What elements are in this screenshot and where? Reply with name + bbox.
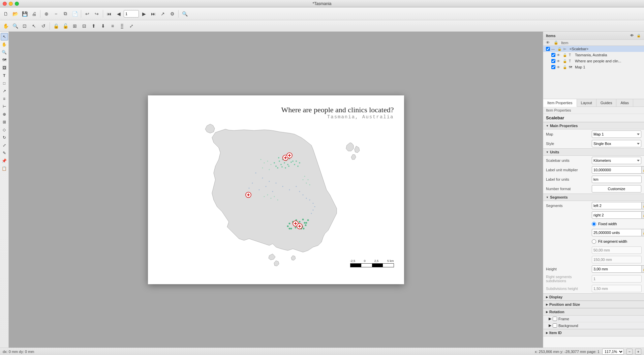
redo-button[interactable]: ↪ [92, 9, 101, 18]
item-checkbox-where[interactable] [551, 59, 555, 63]
fixed-width-input[interactable] [592, 229, 642, 236]
seg-left-input[interactable] [592, 202, 642, 209]
section-segments[interactable]: ▼ Segments [543, 194, 644, 201]
fit-value-input[interactable] [592, 246, 642, 254]
atlas-settings-button[interactable]: ⚙ [168, 9, 177, 18]
tab-atlas[interactable]: Atlas [616, 99, 633, 107]
fit-segment-radio[interactable] [592, 239, 596, 244]
zoom-in-status-button[interactable]: + [635, 349, 641, 355]
open-button[interactable]: 📂 [11, 9, 20, 18]
atlas-first-button[interactable]: ⏮ [105, 9, 114, 18]
maximize-button[interactable] [15, 2, 19, 6]
properties-content[interactable]: ▼ Main Properties Map Map 1 Style Single… [543, 122, 644, 348]
item-row-tasmania[interactable]: 👁 🔓 T Tasmania, Australia [549, 52, 644, 58]
background-checkbox[interactable] [553, 323, 557, 328]
add-north-tool[interactable]: ⊕ [1, 111, 8, 118]
style-select[interactable]: Single Box [592, 140, 641, 147]
fit-max-input[interactable] [592, 256, 642, 263]
close-button[interactable] [3, 2, 7, 6]
item-row-where[interactable]: 👁 🔓 T Where are people and clin... [549, 58, 644, 64]
ungroup-button[interactable]: ⊟ [80, 22, 89, 30]
tab-layout[interactable]: Layout [577, 99, 596, 107]
zoom-in-tool[interactable]: 🔍 [1, 49, 8, 56]
atlas-tool[interactable]: 📋 [1, 165, 8, 172]
height-lock[interactable]: 🔒 [642, 265, 644, 273]
pan-button[interactable]: ✋ [1, 22, 10, 30]
export-pdf-button[interactable]: 📄 [70, 9, 79, 18]
tab-item-properties[interactable]: Item Properties [543, 99, 577, 107]
pan-tool[interactable]: ✋ [1, 41, 8, 48]
items-panel-lock-icon[interactable]: 🔒 [636, 33, 641, 38]
zoom-full-button[interactable]: ⊡ [20, 22, 29, 30]
add-map-tool[interactable]: 🗺 [1, 56, 8, 64]
add-scalebar-tool[interactable]: ⊢ [1, 103, 8, 110]
edit-map-tool[interactable]: ✎ [1, 149, 8, 157]
items-panel-eye-icon[interactable]: 👁 [629, 33, 635, 38]
zoom-out-button[interactable]: − [626, 349, 633, 355]
align-button[interactable]: ≡ [108, 22, 117, 30]
zoom-select[interactable]: 117,1% [602, 349, 624, 355]
add-table-tool[interactable]: ⊞ [1, 118, 8, 126]
add-legend-tool[interactable]: ≡ [1, 95, 8, 102]
refresh-button[interactable]: ↺ [39, 22, 48, 30]
select-button[interactable]: ↖ [30, 22, 38, 30]
edit-nodes-tool[interactable]: ◇ [1, 126, 8, 134]
map-select[interactable]: Map 1 [592, 130, 641, 138]
add-shape-tool[interactable]: □ [1, 80, 8, 87]
pin-tool[interactable]: 📌 [1, 157, 8, 165]
section-item-id[interactable]: ▶ Item ID [543, 329, 644, 336]
zoom-in-button[interactable]: 🔍 [11, 22, 20, 30]
unlock-button[interactable]: 🔓 [61, 22, 70, 30]
atlas-export-button[interactable]: ↗ [158, 9, 167, 18]
section-frame[interactable]: ▶ Frame [543, 316, 644, 322]
fixed-width-radio[interactable] [592, 222, 596, 226]
seg-right-input[interactable] [592, 211, 642, 219]
item-row-scalebar[interactable]: — 🔓 ⊢ <Scalebar> [543, 46, 644, 52]
pointer-tool[interactable]: ↖ [1, 33, 8, 40]
tab-guides[interactable]: Guides [596, 99, 617, 107]
item-checkbox-map1[interactable] [551, 65, 555, 69]
seg-right-lock[interactable]: 🔒 [642, 211, 644, 219]
add-arrow-tool[interactable]: ↗ [1, 87, 8, 95]
move-content-tool[interactable]: ⤢ [1, 142, 8, 149]
minimize-button[interactable] [9, 2, 13, 6]
item-row-map1[interactable]: 👁 🔓 🗺 Map 1 [549, 64, 644, 70]
atlas-next-button[interactable]: ▶ [140, 9, 148, 18]
multiplier-lock-btn[interactable]: 🔒 [642, 166, 644, 174]
section-background[interactable]: ▶ Background [543, 322, 644, 329]
atlas-prev-button[interactable]: ◀ [114, 9, 123, 18]
save-button[interactable]: 💾 [20, 9, 29, 18]
seg-left-lock[interactable]: 🔒 [642, 202, 644, 209]
scalebar-units-select[interactable]: Kilometers [592, 157, 641, 164]
add-item-button[interactable]: ⊕ [42, 9, 51, 18]
page-input[interactable]: 1 [124, 10, 139, 18]
section-main-properties[interactable]: ▼ Main Properties [543, 122, 644, 129]
multiplier-input[interactable] [592, 166, 642, 174]
new-button[interactable]: 🗋 [1, 9, 10, 18]
duplicate-button[interactable]: ⧉ [61, 9, 70, 18]
print-button[interactable]: 🖨 [30, 9, 38, 18]
zoom-tool-button[interactable]: 🔍 [180, 9, 189, 18]
remove-item-button[interactable]: − [52, 9, 60, 18]
raise-button[interactable]: ⬆ [89, 22, 98, 30]
undo-button[interactable]: ↩ [83, 9, 92, 18]
rotate-tool[interactable]: ↻ [1, 134, 8, 141]
frame-checkbox[interactable] [553, 317, 557, 321]
fw-lock[interactable]: 🔒 [642, 229, 644, 236]
add-text-tool[interactable]: T [1, 72, 8, 79]
distribute-button[interactable]: ⣿ [118, 22, 126, 30]
height-input[interactable] [592, 265, 642, 273]
item-checkbox-scalebar[interactable] [546, 47, 550, 51]
lower-button[interactable]: ⬇ [99, 22, 108, 30]
group-button[interactable]: ⊞ [70, 22, 79, 30]
section-display[interactable]: ▶ Display [543, 293, 644, 301]
atlas-last-button[interactable]: ⏭ [149, 9, 158, 18]
section-rotation[interactable]: ▶ Rotation [543, 308, 644, 316]
lock-button[interactable]: 🔒 [52, 22, 60, 30]
section-position-size[interactable]: ▶ Position and Size [543, 301, 644, 308]
subdiv-height-input[interactable] [592, 285, 642, 292]
item-checkbox-tasmania[interactable] [551, 53, 555, 57]
canvas-area[interactable]: Where are people and clinics located? Ta… [9, 32, 543, 348]
label-units-input[interactable] [592, 176, 642, 183]
right-subdiv-input[interactable] [592, 275, 642, 283]
